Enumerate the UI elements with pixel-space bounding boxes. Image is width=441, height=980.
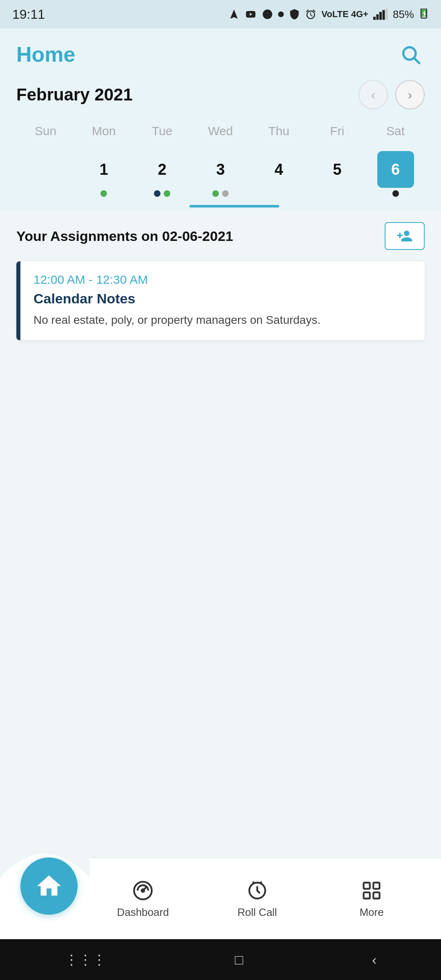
dot-green	[100, 190, 107, 197]
svg-rect-3	[376, 14, 379, 20]
calendar-days: 1 2 3 4 5	[16, 147, 425, 203]
next-month-button[interactable]: ›	[395, 80, 425, 109]
day-dots-6	[392, 190, 399, 198]
search-button[interactable]	[396, 40, 425, 69]
signal-icon	[373, 9, 388, 20]
day-cell-5[interactable]: 5	[308, 147, 366, 203]
day-header-fri: Fri	[308, 121, 366, 141]
day-header-tue: Tue	[133, 121, 192, 141]
dashboard-icon	[131, 878, 155, 903]
status-bar: 19:11 VoLTE 4G+ 85%	[0, 0, 441, 29]
svg-rect-18	[364, 892, 370, 898]
navigation-icon	[228, 9, 240, 20]
svg-rect-6	[385, 9, 388, 20]
svg-rect-19	[373, 892, 379, 898]
content-spacer	[0, 540, 441, 858]
assignment-card[interactable]: 12:00 AM - 12:30 AM Calendar Notes No re…	[16, 261, 425, 340]
dashboard-label: Dashboard	[117, 906, 169, 919]
svg-rect-2	[373, 17, 376, 20]
card-title: Calendar Notes	[33, 291, 412, 307]
day-cell-2[interactable]: 2	[133, 147, 192, 203]
day-cell-empty	[16, 147, 75, 203]
day-header-wed: Wed	[192, 121, 250, 141]
status-icons: VoLTE 4G+ 85%	[228, 8, 429, 21]
day-num-6: 6	[377, 151, 414, 188]
rollcall-icon	[245, 878, 270, 903]
day-cell-1[interactable]: 1	[75, 147, 133, 203]
svg-rect-17	[373, 883, 379, 889]
app-title: Home	[16, 42, 75, 67]
dot-green	[212, 190, 219, 197]
bottom-nav-wrapper: Dashboard Roll Call	[0, 858, 441, 939]
day-headers: Sun Mon Tue Wed Thu Fri Sat	[16, 121, 425, 141]
prev-month-button[interactable]: ‹	[359, 80, 388, 109]
svg-point-14	[142, 889, 145, 892]
assignments-header: Your Assignments on 02-06-2021	[16, 222, 425, 250]
dot-dark	[392, 190, 399, 197]
day-num-3: 3	[202, 151, 239, 188]
day-cell-4[interactable]: 4	[249, 147, 308, 203]
android-nav-bar: ⋮⋮⋮ □ ‹	[0, 939, 441, 980]
calendar-nav: ‹ ›	[359, 80, 425, 109]
nav-dashboard[interactable]: Dashboard	[86, 878, 200, 919]
media-icon	[262, 9, 273, 20]
svg-rect-5	[382, 10, 385, 20]
dot-gray	[222, 190, 229, 197]
calendar-month-title: February 2021	[16, 85, 133, 105]
home-fab-button[interactable]	[20, 858, 78, 915]
nav-rollcall[interactable]: Roll Call	[200, 878, 314, 919]
app-header: Home	[0, 29, 441, 76]
day-num-1: 1	[85, 151, 122, 188]
svg-rect-16	[364, 883, 370, 889]
day-num-2: 2	[144, 151, 180, 188]
card-content: 12:00 AM - 12:30 AM Calendar Notes No re…	[20, 261, 425, 340]
day-dots-3	[212, 190, 229, 198]
day-cell-3[interactable]: 3	[192, 147, 250, 203]
nav-more[interactable]: More	[314, 878, 429, 919]
svg-point-1	[278, 11, 284, 17]
youtube-icon	[245, 9, 257, 20]
battery-icon	[289, 9, 300, 20]
svg-rect-4	[379, 12, 382, 20]
more-label: More	[359, 906, 383, 919]
calendar-section: February 2021 ‹ › Sun Mon Tue Wed Thu Fr…	[0, 76, 441, 210]
android-back-button[interactable]: ‹	[372, 952, 376, 968]
day-header-sun: Sun	[16, 121, 75, 141]
charging-icon	[419, 9, 429, 20]
day-num-4: 4	[261, 151, 297, 188]
day-header-sat: Sat	[366, 121, 425, 141]
card-accent-bar	[16, 261, 20, 340]
assignments-title: Your Assignments on 02-06-2021	[16, 228, 233, 244]
battery-percent: 85%	[393, 8, 414, 21]
more-icon	[359, 878, 384, 903]
dot-blue	[154, 190, 160, 197]
day-header-mon: Mon	[75, 121, 133, 141]
dot-icon	[278, 11, 284, 17]
add-person-button[interactable]	[385, 222, 425, 250]
status-time: 19:11	[12, 7, 45, 22]
day-dots-1	[100, 190, 107, 198]
volte-text: VoLTE 4G+	[321, 9, 368, 20]
day-cell-6[interactable]: 6	[366, 147, 425, 203]
home-icon	[35, 872, 63, 900]
day-dots-2	[154, 190, 170, 198]
alarm-icon	[305, 9, 316, 20]
day-header-thu: Thu	[249, 121, 308, 141]
bottom-nav: Dashboard Roll Call	[0, 858, 441, 939]
svg-line-12	[414, 58, 419, 63]
card-time: 12:00 AM - 12:30 AM	[33, 273, 412, 287]
day-num-5: 5	[319, 151, 356, 188]
dot-green	[164, 190, 170, 197]
calendar-selected-underline	[189, 205, 279, 207]
android-home-button[interactable]: □	[235, 952, 243, 968]
calendar-header: February 2021 ‹ ›	[16, 80, 425, 109]
svg-point-0	[263, 9, 272, 19]
rollcall-label: Roll Call	[238, 906, 277, 919]
svg-rect-8	[423, 9, 425, 9]
assignments-section: Your Assignments on 02-06-2021 12:00 AM …	[0, 210, 441, 540]
card-description: No real estate, poly, or property manage…	[33, 312, 412, 329]
android-menu-button[interactable]: ⋮⋮⋮	[65, 951, 106, 968]
